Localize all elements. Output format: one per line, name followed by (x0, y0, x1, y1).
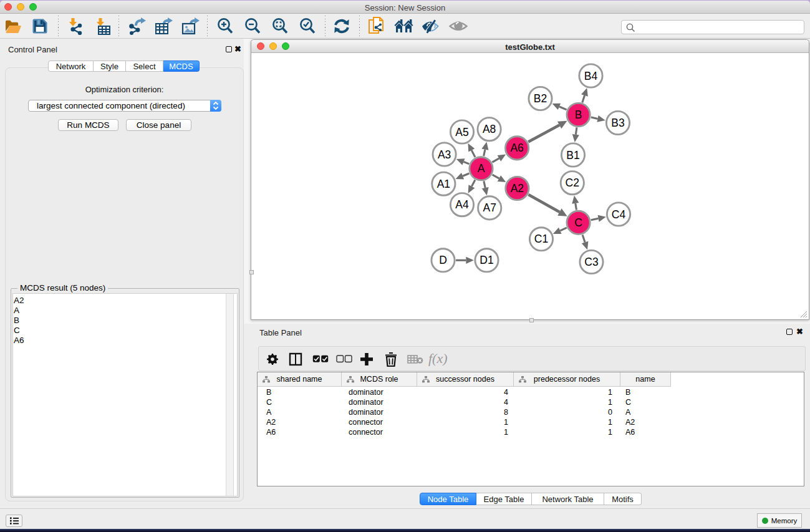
svg-text:A2: A2 (511, 182, 524, 195)
svg-text:D1: D1 (480, 254, 493, 266)
svg-text:A6: A6 (510, 142, 523, 154)
svg-text:B: B (575, 109, 582, 121)
svg-text:A1: A1 (437, 178, 450, 190)
svg-text:C: C (574, 216, 582, 229)
svg-text:A7: A7 (483, 201, 496, 214)
svg-text:A8: A8 (483, 123, 496, 135)
svg-text:D: D (439, 254, 447, 266)
svg-text:A4: A4 (455, 198, 469, 211)
svg-text:A: A (478, 162, 485, 175)
svg-text:B2: B2 (534, 92, 547, 105)
svg-text:C1: C1 (534, 233, 548, 245)
svg-text:C4: C4 (612, 208, 626, 221)
svg-text:B4: B4 (584, 70, 598, 82)
svg-text:C2: C2 (566, 177, 579, 189)
svg-text:C3: C3 (584, 256, 598, 268)
svg-text:A3: A3 (438, 148, 451, 161)
svg-text:B1: B1 (566, 149, 579, 162)
svg-text:B3: B3 (611, 117, 624, 129)
svg-text:A5: A5 (455, 126, 468, 138)
